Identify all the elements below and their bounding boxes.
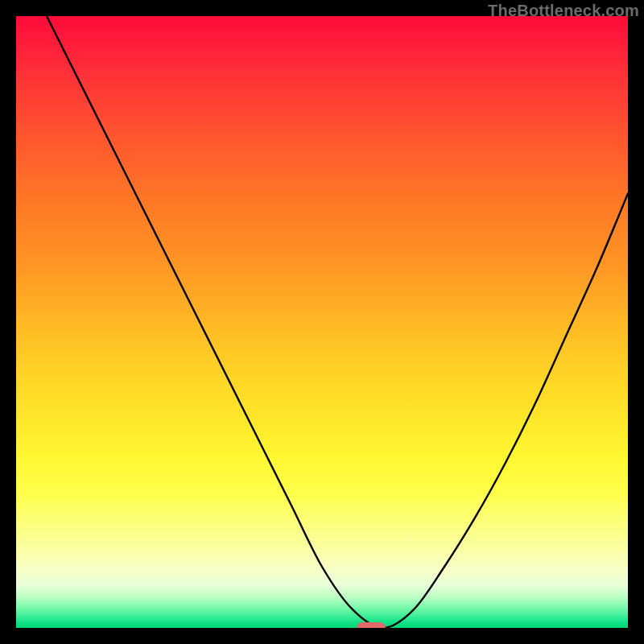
plot-area <box>16 16 628 628</box>
min-marker <box>357 622 386 628</box>
bottleneck-curve <box>16 16 628 628</box>
chart-frame: TheBottleneck.com <box>0 0 644 644</box>
curve-path <box>16 16 628 628</box>
watermark-text: TheBottleneck.com <box>488 2 639 20</box>
